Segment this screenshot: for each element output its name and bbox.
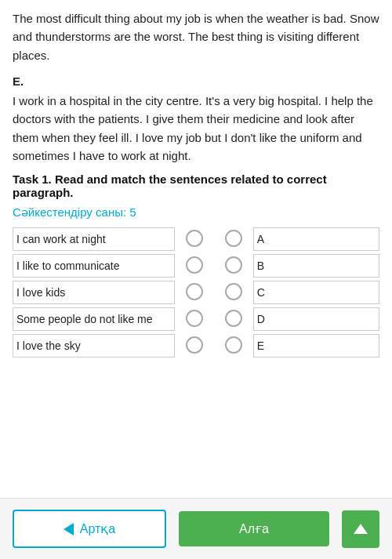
radio-right[interactable]: [225, 310, 242, 327]
next-label: Алға: [239, 521, 269, 536]
back-button[interactable]: Артқа: [13, 510, 166, 548]
bottom-bar: Артқа Алға: [0, 498, 392, 559]
main-content: The most difficult thing about my job is…: [0, 0, 392, 498]
arrow-up-icon: [354, 524, 368, 534]
left-sentence-cell: I like to communicate: [13, 255, 175, 278]
arrow-left-icon: [64, 523, 74, 535]
table-row: I love kidsC: [13, 281, 379, 304]
right-letter-cell: B: [253, 255, 379, 278]
left-sentence-cell: Some people do not like me: [13, 308, 175, 331]
radio-right[interactable]: [225, 283, 242, 300]
right-letter-cell: A: [253, 228, 379, 251]
radio-right[interactable]: [225, 230, 242, 247]
match-count: Сәйкестендіру саны: 5: [13, 205, 379, 220]
task-heading: Task 1. Read and match the sentences rel…: [13, 172, 379, 199]
radio-left[interactable]: [186, 310, 203, 327]
right-letter-cell: D: [253, 308, 379, 331]
radio-left[interactable]: [186, 256, 203, 274]
passage-e-text: I work in a hospital in the city centre.…: [13, 92, 379, 165]
next-button[interactable]: Алға: [179, 511, 329, 546]
passage-e-label: E.: [13, 72, 379, 90]
table-row: I love the skyE: [13, 335, 379, 358]
passage-intro: The most difficult thing about my job is…: [13, 9, 379, 64]
back-label: Артқа: [80, 521, 115, 536]
table-row: I can work at nightA: [13, 228, 379, 251]
left-sentence-cell: I love kids: [13, 281, 175, 304]
radio-left[interactable]: [186, 230, 203, 247]
match-table: I can work at nightAI like to communicat…: [13, 227, 379, 358]
radio-right[interactable]: [225, 256, 242, 274]
scroll-up-button[interactable]: [342, 510, 379, 548]
left-sentence-cell: I can work at night: [13, 228, 175, 251]
right-letter-cell: C: [253, 281, 379, 304]
radio-left[interactable]: [186, 336, 203, 354]
right-letter-cell: E: [253, 335, 379, 358]
table-row: Some people do not like meD: [13, 308, 379, 331]
radio-left[interactable]: [186, 283, 203, 300]
left-sentence-cell: I love the sky: [13, 335, 175, 358]
radio-right[interactable]: [225, 336, 242, 354]
table-row: I like to communicateB: [13, 255, 379, 278]
